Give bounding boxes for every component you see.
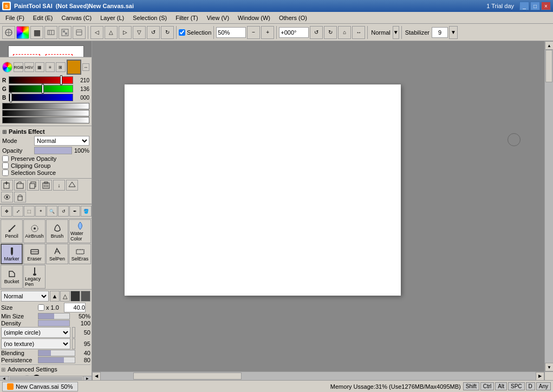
blending-bar[interactable]: [38, 350, 75, 356]
stabilizer-arrow[interactable]: ▼: [449, 26, 458, 39]
toolbar-btn-3[interactable]: ▦: [30, 26, 43, 39]
rotate-right-button[interactable]: ↻: [324, 26, 337, 39]
r-bar[interactable]: [9, 76, 73, 84]
hscroll-thumb[interactable]: [133, 373, 242, 380]
reset-angle-button[interactable]: ⌂: [338, 26, 351, 39]
tool-select-rect[interactable]: ⬚: [24, 206, 35, 217]
toolbar-btn-11[interactable]: ↺: [147, 26, 160, 39]
vscroll-down-btn[interactable]: ▼: [545, 363, 553, 371]
gradient-swatch-2[interactable]: [2, 110, 89, 116]
toolbar-btn-10[interactable]: ▽: [133, 26, 146, 39]
blend-mode-select[interactable]: Normal Multiply: [1, 291, 49, 302]
persistence-bar[interactable]: [38, 357, 75, 363]
color-palette-btn[interactable]: ▦: [35, 62, 44, 72]
key-any[interactable]: Any: [536, 382, 551, 390]
canvas-tab[interactable]: New Canvas.sai 50%: [2, 382, 78, 391]
color-hsv-btn[interactable]: HSV: [24, 62, 34, 72]
left-scroll-left[interactable]: ◀: [0, 376, 9, 381]
selection-source-checkbox[interactable]: [2, 169, 9, 176]
key-spc[interactable]: SPC: [508, 382, 525, 390]
vscroll-up-btn[interactable]: ▲: [545, 41, 553, 50]
brush-brush[interactable]: Brush: [46, 219, 68, 243]
circle-expand-btn[interactable]: [72, 327, 75, 338]
merge-layer-btn[interactable]: ↓: [53, 180, 65, 191]
toolbar-btn-9[interactable]: ▷: [119, 26, 132, 39]
mode-select[interactable]: Normal Multiply Screen: [34, 136, 89, 146]
key-ctrl[interactable]: Ctrl: [480, 382, 495, 390]
toolbar-btn-4[interactable]: [44, 26, 57, 39]
hscroll-right-btn[interactable]: ▶: [536, 372, 544, 381]
left-panel-hscroll[interactable]: ◀ ▶: [0, 376, 92, 380]
density-bar[interactable]: [38, 320, 70, 326]
toolbar-btn-5[interactable]: [58, 26, 71, 39]
toolbar-btn-color-wheel[interactable]: [16, 26, 29, 39]
brush-selpen[interactable]: SelPen: [46, 244, 68, 264]
new-group-btn[interactable]: [14, 180, 26, 191]
brush-marker[interactable]: Marker: [1, 244, 23, 264]
brush-airbrush[interactable]: AirBrush: [23, 219, 45, 243]
tool-fill[interactable]: 🪣: [81, 206, 92, 217]
preserve-opacity-checkbox[interactable]: [2, 155, 9, 162]
menu-layer[interactable]: Layer (L): [96, 14, 128, 22]
key-alt[interactable]: Alt: [495, 382, 507, 390]
g-bar[interactable]: [9, 85, 73, 93]
key-d[interactable]: D: [526, 382, 535, 390]
shape-btn-4[interactable]: [81, 291, 90, 302]
visible-btn[interactable]: [1, 192, 13, 202]
menu-selection[interactable]: Selection (S): [128, 14, 171, 22]
canvas-area[interactable]: ▲ ▼ ◀ ▶: [92, 41, 553, 380]
stabilizer-input[interactable]: [432, 27, 448, 38]
menu-edit[interactable]: Edit (E): [29, 14, 57, 22]
app-close-button[interactable]: ×: [541, 2, 551, 10]
tool-select-lasso[interactable]: ⌖: [35, 206, 46, 217]
vscroll-track[interactable]: [545, 50, 553, 363]
color-wheel-btn[interactable]: [2, 62, 12, 73]
brush-seleras[interactable]: SelEras: [69, 244, 91, 264]
toolbar-btn-8[interactable]: △: [105, 26, 118, 39]
brush-pencil[interactable]: Pencil: [1, 219, 23, 243]
rotate-left-button[interactable]: ↺: [310, 26, 323, 39]
left-scroll-track[interactable]: [9, 377, 82, 380]
app-minimize-button[interactable]: _: [519, 2, 529, 10]
brush-bucket[interactable]: Bucket: [1, 265, 23, 289]
shape-btn-3[interactable]: [70, 291, 80, 302]
clipping-group-checkbox[interactable]: [2, 162, 9, 169]
menu-filter[interactable]: Filter (T): [171, 14, 203, 22]
texture-select[interactable]: (no texture) canvas: [1, 338, 70, 349]
lock-btn[interactable]: [14, 192, 26, 202]
menu-view[interactable]: View (V): [203, 14, 233, 22]
tool-rotate[interactable]: ↺: [58, 206, 69, 217]
opacity-bar[interactable]: [34, 147, 72, 154]
b-bar[interactable]: [9, 94, 73, 101]
menu-window[interactable]: Window (W): [233, 14, 275, 22]
toolbar-btn-1[interactable]: [2, 26, 15, 39]
color-prev-btn[interactable]: ↔: [82, 63, 89, 71]
filter-btn[interactable]: [66, 180, 78, 191]
vscroll-thumb[interactable]: [545, 50, 552, 82]
hscroll-track[interactable]: [101, 372, 536, 380]
tool-move[interactable]: ✥: [1, 206, 12, 217]
zoom-input[interactable]: [216, 27, 246, 38]
flip-h-button[interactable]: ↔: [352, 26, 365, 39]
tool-zoom[interactable]: 🔍: [47, 206, 57, 217]
tool-eyedropper[interactable]: ✒: [69, 206, 80, 217]
tool-transform[interactable]: ⤢: [12, 206, 23, 217]
app-maximize-button[interactable]: □: [530, 2, 540, 10]
size-input[interactable]: [64, 303, 86, 312]
delete-layer-btn[interactable]: [40, 180, 52, 191]
current-color-swatch[interactable]: [67, 60, 81, 75]
angle-input[interactable]: [279, 27, 309, 38]
min-size-bar[interactable]: [38, 313, 70, 319]
brush-watercolor[interactable]: Water Color: [69, 219, 91, 243]
color-rgb-btn[interactable]: RGB: [14, 62, 23, 72]
zoom-out-button[interactable]: −: [247, 26, 260, 39]
toolbar-btn-12[interactable]: ↻: [161, 26, 174, 39]
gradient-swatch-1[interactable]: [2, 103, 89, 109]
key-shift[interactable]: Shift: [463, 382, 479, 390]
gradient-swatch-3[interactable]: [2, 117, 89, 123]
color-mixer-btn[interactable]: ≡: [45, 62, 55, 72]
circle-select[interactable]: (simple circle) hard edge: [1, 327, 70, 338]
menu-others[interactable]: Others (O): [275, 14, 311, 22]
left-scroll-right[interactable]: ▶: [83, 376, 92, 381]
brush-eraser[interactable]: Eraser: [23, 244, 45, 264]
